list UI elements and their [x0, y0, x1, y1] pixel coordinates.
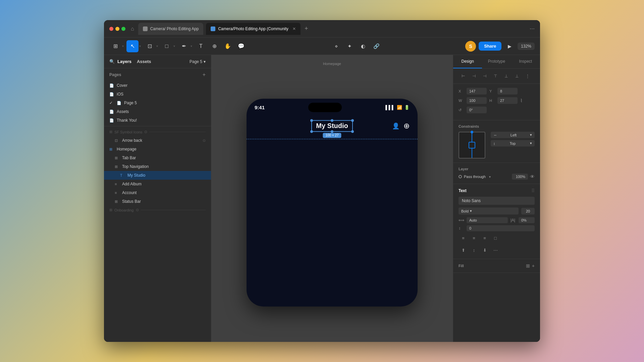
pen-tool-button[interactable]: ✒: [178, 40, 190, 52]
page-item-cover[interactable]: 📄 Cover: [104, 81, 211, 90]
constraint-h-select[interactable]: ↔ Left ▾: [491, 132, 535, 138]
opacity-value[interactable]: 100%: [512, 174, 528, 180]
blend-mode-selector[interactable]: Pass through ▾: [459, 175, 509, 179]
tab-1[interactable]: Camera/ Photo Editing App: [138, 23, 204, 35]
rotation-value[interactable]: 0°: [467, 107, 487, 113]
lock-proportions-icon[interactable]: ⌇: [520, 98, 523, 103]
layer-add-album[interactable]: ≡ Add Album: [104, 180, 211, 188]
align-top-button[interactable]: ⊤: [491, 71, 500, 81]
page-selector[interactable]: Page 5 ▾: [190, 59, 206, 64]
close-button[interactable]: [109, 27, 113, 31]
layer-top-navigation[interactable]: ⊞ Top Navigation: [104, 162, 211, 171]
handle-bl: [310, 130, 313, 133]
component-tool-button[interactable]: ⊕: [208, 40, 220, 52]
letter-spacing-icon: |A|: [511, 218, 516, 223]
add-tab-button[interactable]: +: [305, 25, 308, 32]
add-icon[interactable]: ⊕: [404, 122, 410, 130]
align-middle-v-button[interactable]: ⊥: [501, 71, 511, 81]
share-button[interactable]: Share: [479, 42, 501, 51]
line-height-value[interactable]: 0: [467, 225, 535, 231]
tab-2-close[interactable]: ✕: [292, 26, 296, 31]
text-align-justify-button[interactable]: □: [491, 233, 500, 243]
home-icon[interactable]: ⌂: [131, 26, 134, 32]
tab-2[interactable]: Camera/Photo Editing App (Community ✕: [206, 23, 300, 35]
tab-prototype[interactable]: Prototype: [482, 55, 511, 68]
font-style-selector[interactable]: Bold ▾: [459, 207, 519, 215]
link-tool-button[interactable]: 🔗: [371, 41, 382, 52]
text-align-right-button[interactable]: ≡: [480, 233, 489, 243]
distribute-button[interactable]: ⋮: [523, 71, 532, 81]
blend-mode-value: Pass through: [464, 175, 486, 179]
constraint-v-select[interactable]: ↕ Top ▾: [491, 140, 535, 146]
text-more-options-button[interactable]: ⋯: [491, 245, 500, 255]
y-value[interactable]: 8: [497, 88, 518, 95]
font-family-selector[interactable]: Noto Sans: [459, 197, 535, 205]
handle-bc: [331, 130, 333, 133]
size-badge: 100 × 27: [323, 133, 341, 138]
zoom-indicator[interactable]: 132%: [518, 43, 535, 50]
canvas-area[interactable]: Homepage 9:41 ▌▌▌ 📶 🔋: [211, 55, 453, 342]
fill-add-button[interactable]: +: [532, 263, 535, 268]
text-valign-middle-button[interactable]: ↕: [469, 245, 479, 255]
boolean-tool-button[interactable]: ✦: [344, 41, 355, 52]
tab-assets[interactable]: Assets: [137, 59, 151, 64]
tab-inspect[interactable]: Inspect: [511, 55, 540, 68]
page-item-thankyou[interactable]: 📄 Thank You!: [104, 116, 211, 125]
h-value[interactable]: 27: [497, 97, 518, 104]
fill-grid-icon[interactable]: ⊞: [526, 263, 530, 268]
hand-tool-button[interactable]: ✋: [222, 40, 234, 52]
page-item-assets[interactable]: 📄 Assets: [104, 107, 211, 116]
group-label-onboarding: Onboarding: [114, 208, 134, 212]
page-item-ios[interactable]: 📄 iOS: [104, 90, 211, 99]
play-button[interactable]: ▶: [504, 41, 515, 52]
layer-my-studio[interactable]: T My Studio: [104, 171, 211, 180]
avatar: S: [465, 41, 476, 52]
letter-spacing-value[interactable]: 0%: [519, 217, 535, 223]
frame-tool-button[interactable]: ⊡: [144, 40, 156, 52]
add-page-button[interactable]: +: [203, 72, 206, 78]
clip-tool-button[interactable]: ⋄: [331, 41, 341, 52]
text-align-left-button[interactable]: ≡: [459, 233, 468, 243]
font-size-input[interactable]: 20: [521, 208, 535, 215]
layer-arrow-back[interactable]: ⊡ Arrow back ⊙: [104, 136, 211, 145]
x-value[interactable]: 147: [467, 88, 487, 95]
w-value[interactable]: 100: [467, 97, 487, 104]
align-left-button[interactable]: ⊢: [459, 71, 468, 81]
align-bottom-button[interactable]: ⊥: [512, 71, 522, 81]
page-item-page5[interactable]: ✓ 📄 Page 5: [104, 99, 211, 107]
tab-design[interactable]: Design: [453, 55, 482, 68]
search-icon[interactable]: 🔍: [109, 59, 115, 64]
auto-height-row: ⟺ Auto |A| 0%: [459, 217, 535, 223]
text-valign-bottom-button[interactable]: ⬇: [480, 245, 489, 255]
visibility-toggle[interactable]: 👁: [530, 174, 535, 179]
user-icon[interactable]: 👤: [392, 122, 399, 130]
constraints-title: Constraints: [459, 124, 535, 128]
text-valign-top-button[interactable]: ⬆: [459, 245, 468, 255]
minimize-button[interactable]: [115, 27, 119, 31]
comment-tool-button[interactable]: 💬: [235, 40, 247, 52]
align-right-button[interactable]: ⊣: [480, 71, 489, 81]
layer-tab-bar[interactable]: ⊞ Tab Bar: [104, 154, 211, 162]
layer-status-bar[interactable]: ⊞ Status Bar: [104, 197, 211, 206]
layer-account[interactable]: ≡ Account: [104, 188, 211, 197]
drag-handle-icon[interactable]: ⠿: [531, 188, 535, 193]
tab-layers[interactable]: Layers: [117, 59, 131, 64]
constraint-selectors: ↔ Left ▾ ↕ Top ▾: [491, 132, 535, 146]
group-icon-addalbum: ≡: [115, 182, 119, 186]
grid-tool-button[interactable]: ⊞: [109, 40, 121, 52]
group-icon-sf: ⊞: [109, 130, 112, 134]
more-menu-button[interactable]: ···: [530, 25, 535, 32]
phone-mockup: 9:41 ▌▌▌ 📶 🔋 My Studio: [247, 99, 418, 306]
select-tool-button[interactable]: ↖: [126, 40, 139, 52]
maximize-button[interactable]: [121, 27, 125, 31]
layer-homepage[interactable]: ⊞ Homepage: [104, 145, 211, 154]
text-tool-button[interactable]: T: [195, 40, 207, 52]
text-align-center-button[interactable]: ≡: [469, 233, 479, 243]
mask-tool-button[interactable]: ◐: [358, 41, 368, 52]
shape-tool-button[interactable]: □: [161, 40, 173, 52]
align-center-h-button[interactable]: ⊣: [469, 71, 479, 81]
font-style-row: Bold ▾ 20: [459, 207, 535, 215]
auto-height-value[interactable]: Auto: [467, 217, 508, 223]
nav-title-selected[interactable]: My Studio: [311, 120, 353, 132]
page-icon-page5: 📄: [117, 101, 121, 105]
